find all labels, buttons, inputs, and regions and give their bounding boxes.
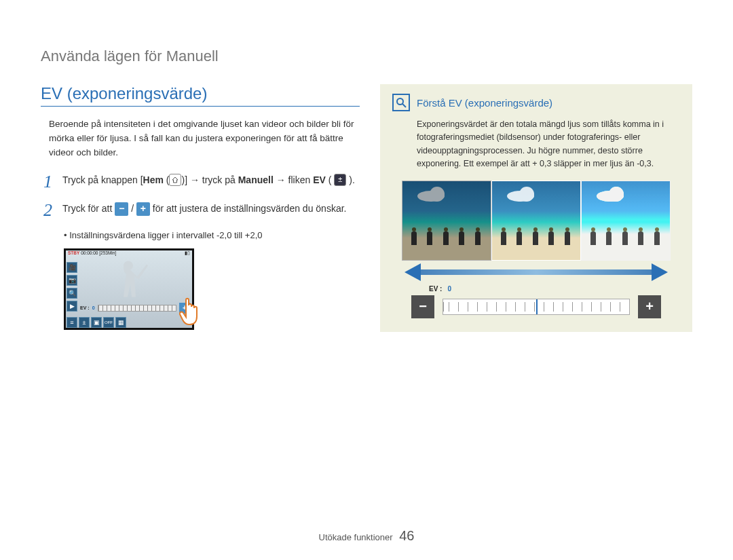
section-title-ev: EV (exponeringsvärde) [41, 84, 360, 107]
sample-dark [402, 181, 491, 261]
label-manuell: Manuell [238, 174, 274, 185]
ev-scale [98, 305, 176, 312]
menu-icon: ≡ [67, 317, 77, 328]
focus-icon: ▣ [91, 317, 102, 328]
page-footer: Utökade funktioner 46 [0, 528, 733, 544]
slider-ev-value: 0 [447, 285, 451, 293]
label-ev: EV [313, 174, 326, 185]
camera-preview: STBY 00:00:00 [253Min] ▮▯ 🎥 📷 🔍 ▶ EV : 0… [64, 248, 194, 330]
minus-icon: − [115, 202, 128, 216]
stby-label: STBY [68, 250, 79, 255]
zoom-icon: 🔍 [67, 288, 77, 299]
step-2: 2 Tryck för att − / + för att justera de… [43, 201, 360, 221]
page-number: 46 [399, 528, 414, 543]
step-number-2: 2 [43, 201, 62, 221]
intro-paragraph: Beroende på intensiteten i det omgivande… [49, 117, 360, 160]
range-note: Inställningsvärdena ligger i intervallet… [64, 230, 360, 240]
magnifier-icon [392, 94, 410, 111]
svg-line-1 [402, 104, 406, 107]
play-icon: ▶ [67, 301, 77, 312]
footer-section: Utökade funktioner [319, 532, 393, 542]
exposure-triptych [402, 181, 671, 261]
mode-photo-icon: 📷 [67, 275, 77, 286]
wb-icon: ▦ [115, 317, 126, 328]
home-icon [169, 174, 181, 186]
breadcrumb: Använda lägen för Manuell [41, 48, 692, 65]
ev-value: 0 [92, 305, 95, 310]
slider-minus-button[interactable]: − [411, 295, 434, 318]
plus-icon: + [136, 202, 150, 216]
step-1: 1 Tryck på knappen [Hem ()] → tryck på M… [43, 172, 360, 192]
ev-slider: − + [411, 295, 661, 318]
mode-video-icon: 🎥 [67, 262, 77, 273]
range-arrow-icon [402, 265, 671, 281]
ev-icon: ± [334, 174, 346, 186]
slider-track[interactable] [443, 299, 630, 315]
ev-tab-icon: ± [79, 317, 90, 328]
sample-normal [491, 181, 581, 261]
info-box: Förstå EV (exponeringsvärde) Exponerings… [380, 84, 692, 332]
remain-time: [253Min] [99, 250, 116, 255]
slider-ev-label: EV : [429, 285, 442, 293]
step-number-1: 1 [43, 172, 62, 192]
rec-time: 00:00:00 [81, 250, 98, 255]
infobox-body: Exponeringsvärdet är den totala mängd lj… [417, 118, 680, 171]
ev-scale-row: EV : 0 + [80, 303, 190, 314]
step1-text: Tryck på knappen [ [62, 174, 143, 185]
touch-hand-icon [179, 296, 206, 326]
sample-bright [581, 181, 671, 261]
slider-plus-button[interactable]: + [638, 295, 661, 318]
off-icon: OFF [103, 317, 114, 328]
infobox-title: Förstå EV (exponeringsvärde) [417, 97, 552, 109]
ev-label: EV : [80, 305, 90, 310]
label-hem: Hem [143, 174, 164, 185]
svg-point-0 [397, 98, 403, 105]
battery-icon: ▮▯ [185, 250, 190, 256]
